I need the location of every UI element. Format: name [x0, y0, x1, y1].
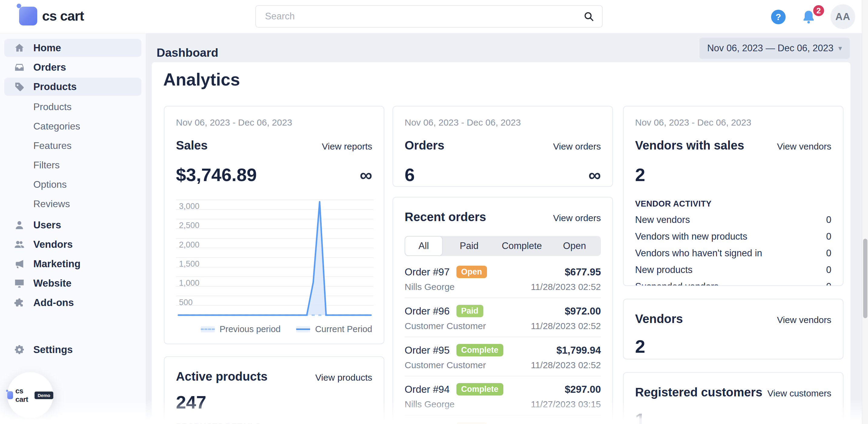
column-2: Nov 06, 2023 - Dec 06, 2023 Orders View … — [393, 106, 613, 424]
tab-complete[interactable]: Complete — [495, 236, 548, 256]
sales-chart-svg: 5001,0001,5002,0002,5003,000 — [176, 196, 373, 322]
cs-cart-logo[interactable]: cs cart — [19, 7, 84, 26]
view-vendors-link[interactable]: View vendors — [777, 141, 831, 152]
scrollbar-thumb[interactable] — [863, 239, 867, 318]
activity-row: Suspended vendors 0 — [635, 281, 831, 286]
orders-title: Orders — [405, 139, 444, 152]
sidebar-item-users[interactable]: Users — [4, 216, 142, 234]
sidebar-item-vendors[interactable]: Vendors — [4, 235, 142, 254]
order-number[interactable]: Order #94 — [405, 384, 450, 395]
order-number[interactable]: Order #97 — [405, 266, 450, 278]
sidebar-item-home[interactable]: Home — [4, 39, 142, 57]
legend-previous-swatch — [201, 326, 215, 332]
tag-icon — [14, 81, 25, 92]
orders-card: Nov 06, 2023 - Dec 06, 2023 Orders View … — [393, 106, 613, 187]
order-number[interactable]: Order #95 — [405, 344, 450, 356]
sidebar-item-settings[interactable]: Settings — [4, 341, 142, 359]
vendors-with-sales-card: Nov 06, 2023 - Dec 06, 2023 Vendors with… — [623, 106, 843, 286]
sales-period: Nov 06, 2023 - Dec 06, 2023 — [176, 117, 372, 128]
sidebar-subitem-filters[interactable]: Filters — [4, 155, 142, 175]
monitor-icon — [14, 278, 25, 289]
vws-title: Vendors with sales — [635, 139, 744, 152]
infinity-icon: ∞ — [588, 166, 601, 184]
registered-customers-value: 1 — [635, 409, 645, 424]
active-products-title: Active products — [176, 370, 268, 384]
registered-customers-card: Registered customers View customers 1 — [623, 372, 843, 424]
order-amount: $972.00 — [565, 305, 601, 317]
order-date: 11/28/2023 02:52 — [531, 360, 601, 370]
infinity-icon: ∞ — [360, 166, 372, 184]
order-row[interactable]: Order #94 Complete $297.00 Nills George … — [405, 376, 601, 416]
order-amount: $150.00 — [565, 423, 601, 424]
notifications-button[interactable]: 2 — [801, 9, 818, 26]
view-customers-link[interactable]: View customers — [768, 388, 831, 398]
cs-cart-demo-badge[interactable]: cs cart Demo — [7, 372, 53, 418]
notification-count-badge: 2 — [812, 4, 826, 18]
avatar[interactable]: AA — [831, 4, 855, 29]
order-row[interactable]: Order #93 Open $150.00 Customer Customer… — [405, 416, 601, 424]
search-icon[interactable] — [583, 11, 594, 22]
cs-cart-logo-icon — [19, 7, 37, 26]
view-vendors-link[interactable]: View vendors — [777, 315, 831, 325]
cs-cart-admin-dashboard: cs cart ? 2 AA Home Orders Products — [0, 0, 868, 424]
help-icon[interactable]: ? — [771, 10, 786, 24]
main-content: Dashboard Nov 06, 2023 — Dec 06, 2023 ▾ … — [146, 33, 862, 424]
orders-list: Order #97 Open $677.95 Nills George 11/2… — [405, 259, 601, 424]
status-badge: Complete — [457, 344, 503, 356]
svg-text:2,500: 2,500 — [179, 221, 199, 230]
order-amount: $677.95 — [565, 266, 601, 278]
order-customer: Nills George — [405, 399, 455, 409]
registered-customers-title: Registered customers — [635, 386, 762, 399]
sidebar-item-orders[interactable]: Orders — [4, 58, 142, 77]
order-amount: $1,799.94 — [556, 344, 601, 356]
search-input[interactable] — [256, 11, 583, 22]
vendor-activity-heading: VENDOR ACTIVITY — [635, 199, 831, 209]
vendors-card: Vendors View vendors 2 — [623, 299, 843, 359]
order-customer: Nills George — [405, 282, 455, 292]
sales-title: Sales — [176, 139, 208, 152]
analytics-heading: Analytics — [163, 69, 240, 89]
legend-previous-period: Previous period — [201, 324, 281, 334]
active-products-card: Active products View products 247 PRODUC… — [164, 356, 384, 424]
view-orders-link[interactable]: View orders — [553, 141, 601, 152]
sidebar-subitem-features[interactable]: Features — [4, 136, 142, 155]
page-title: Dashboard — [157, 46, 218, 59]
scrollbar-track[interactable] — [862, 0, 868, 424]
order-number[interactable]: Order #93 — [405, 423, 450, 424]
view-products-link[interactable]: View products — [315, 372, 372, 383]
sidebar-item-marketing[interactable]: Marketing — [4, 255, 142, 273]
vws-period: Nov 06, 2023 - Dec 06, 2023 — [635, 117, 831, 128]
svg-text:1,000: 1,000 — [179, 278, 199, 287]
order-number[interactable]: Order #96 — [405, 305, 450, 317]
tab-paid[interactable]: Paid — [443, 236, 495, 256]
user-icon — [14, 220, 25, 230]
order-row[interactable]: Order #95 Complete $1,799.94 Customer Cu… — [405, 337, 601, 376]
sidebar-item-products[interactable]: Products — [4, 78, 142, 96]
svg-text:500: 500 — [179, 298, 193, 307]
svg-text:3,000: 3,000 — [179, 202, 199, 211]
view-orders-link[interactable]: View orders — [553, 213, 601, 223]
status-badge: Open — [457, 422, 487, 424]
activity-row: New products 0 — [635, 264, 831, 275]
products-details-heading: PRODUCTS DETAILS — [176, 422, 372, 424]
sidebar-subitem-categories[interactable]: Categories — [4, 116, 142, 136]
sidebar-nav: Home Orders Products Products Categories… — [0, 33, 146, 312]
sidebar-subitem-options[interactable]: Options — [4, 175, 142, 194]
sidebar-item-addons[interactable]: Add-ons — [4, 293, 142, 312]
global-search — [255, 5, 603, 28]
activity-value: 0 — [826, 231, 831, 242]
tab-all[interactable]: All — [405, 236, 443, 256]
sidebar-subitem-products[interactable]: Products — [4, 97, 142, 116]
chevron-down-icon: ▾ — [838, 44, 842, 53]
order-row[interactable]: Order #97 Open $677.95 Nills George 11/2… — [405, 259, 601, 298]
sidebar-subitem-reviews[interactable]: Reviews — [4, 194, 142, 214]
activity-row: Vendors with new products 0 — [635, 231, 831, 242]
order-row[interactable]: Order #96 Paid $972.00 Customer Customer… — [405, 298, 601, 337]
tab-open[interactable]: Open — [548, 236, 601, 256]
activity-value: 0 — [826, 281, 831, 286]
activity-row: Vendors who haven't signed in 0 — [635, 248, 831, 259]
date-range-picker[interactable]: Nov 06, 2023 — Dec 06, 2023 ▾ — [699, 37, 850, 59]
sidebar-settings-block: Settings — [4, 341, 142, 360]
sidebar-item-website[interactable]: Website — [4, 274, 142, 292]
view-reports-link[interactable]: View reports — [322, 141, 372, 152]
